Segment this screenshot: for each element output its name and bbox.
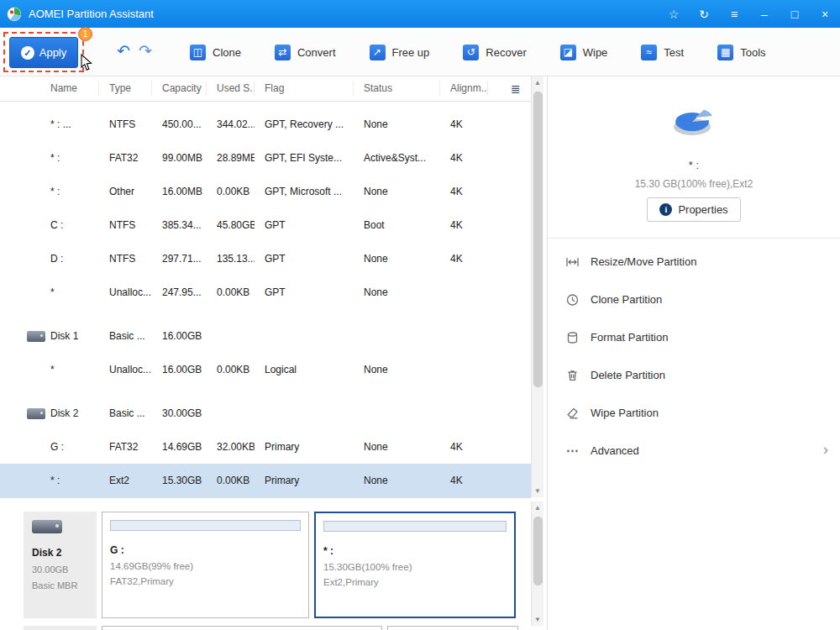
- cell-status: Boot: [354, 219, 440, 231]
- minimize-icon[interactable]: –: [749, 0, 780, 28]
- wipe-partition-icon: [565, 407, 580, 420]
- cell-alignment: 4K: [440, 475, 488, 486]
- aomei-logo: [7, 7, 22, 22]
- table-header: NameTypeCapacityUsed S...FlagStatusAlign…: [0, 76, 531, 102]
- table-row[interactable]: * : ...NTFS450.00...344.02...GPT, Recove…: [0, 108, 531, 141]
- column-header[interactable]: Name: [0, 81, 99, 96]
- table-row[interactable]: C :NTFS385.34...45.80GBGPTBoot4K: [0, 208, 531, 242]
- cell-name: D :: [0, 253, 99, 265]
- recover-button[interactable]: ↺Recover: [463, 45, 526, 60]
- table-row[interactable]: * :Ext215.30GB0.00KBPrimaryNone4K: [0, 464, 531, 497]
- action-format[interactable]: Format Partition: [548, 318, 840, 356]
- close-icon[interactable]: ×: [810, 0, 840, 28]
- disk-icon: [27, 331, 45, 342]
- scrollbar-thumb[interactable]: [533, 517, 543, 585]
- titlebar: AOMEI Partition Assistant ☆↻≡–□×: [0, 0, 840, 28]
- cell-type: Basic ...: [99, 330, 152, 342]
- action-resize[interactable]: Resize/Move Partition: [548, 243, 840, 281]
- redo-button[interactable]: ↷: [139, 41, 152, 60]
- table-row-disk[interactable]: Disk 2Basic ...30.00GB: [0, 396, 531, 430]
- apply-button[interactable]: ✓ Apply: [9, 37, 78, 68]
- cell-name: * :: [0, 152, 99, 164]
- cell-name: Disk 2: [0, 407, 99, 419]
- action-advanced[interactable]: Advanced›: [548, 432, 840, 470]
- cell-status: None: [354, 441, 440, 453]
- clone-button[interactable]: ◫Clone: [190, 45, 241, 60]
- table-row[interactable]: *Unalloc...247.95...0.00KBGPTNone: [0, 276, 531, 309]
- properties-button[interactable]: i Properties: [647, 197, 740, 222]
- scroll-up-icon[interactable]: ▲: [532, 501, 543, 514]
- recover-icon: ↺: [463, 45, 479, 60]
- name-text: C :: [50, 219, 63, 231]
- freeup-button[interactable]: ↗Free up: [370, 45, 430, 60]
- cell-capacity: 99.00MB: [152, 152, 207, 164]
- partition-block[interactable]: * :15.30GB(100% free)Ext2,Primary: [314, 512, 516, 618]
- cell-capacity: 30.00GB: [152, 407, 207, 419]
- partition-block[interactable]: G :14.69GB(99% free)FAT32,Primary: [102, 512, 309, 618]
- action-delete[interactable]: Delete Partition: [548, 356, 840, 394]
- tools-button[interactable]: ▦Tools: [717, 45, 765, 60]
- scroll-up-icon[interactable]: ▲: [532, 76, 543, 89]
- column-options-icon[interactable]: ≣: [511, 82, 521, 96]
- usage-bar: [110, 520, 301, 531]
- column-header[interactable]: Used S...: [207, 81, 255, 96]
- test-button[interactable]: ≈Test: [641, 45, 684, 60]
- scrollbar-thumb[interactable]: [533, 92, 543, 387]
- table-scrollbar[interactable]: ▲ ▼: [531, 76, 543, 497]
- cell-flag: Primary: [255, 441, 354, 453]
- apply-highlight-outline: ✓ Apply 1: [3, 32, 84, 72]
- table-row[interactable]: *Unalloc...16.00GB0.00KBLogicalNone: [0, 353, 531, 386]
- wipe-button[interactable]: ◪Wipe: [560, 45, 608, 60]
- table-row-disk[interactable]: Disk 1Basic ...16.00GB: [0, 319, 531, 353]
- partition-block-partial: [102, 626, 382, 630]
- column-header-filler: [488, 81, 531, 96]
- column-header[interactable]: Status: [354, 81, 440, 96]
- name-text: *: [50, 364, 55, 375]
- action-label: Delete Partition: [591, 369, 665, 381]
- disk-info-block[interactable]: Disk 2 30.00GB Basic MBR: [24, 512, 97, 618]
- name-text: * :: [50, 475, 60, 486]
- disk-name: Disk 2: [32, 547, 97, 559]
- partition-info: 14.69GB(99% free): [110, 561, 301, 571]
- name-text: * : ...: [50, 118, 71, 130]
- cell-type: NTFS: [99, 219, 152, 231]
- selected-partition-info: 15.30 GB(100% free),Ext2: [548, 178, 840, 190]
- scroll-down-icon[interactable]: ▼: [532, 613, 543, 626]
- maximize-icon[interactable]: □: [780, 0, 810, 28]
- table-row[interactable]: G :FAT3214.69GB32.00KBPrimaryNone4K: [0, 430, 531, 464]
- convert-label: Convert: [297, 46, 336, 59]
- table-row[interactable]: D :NTFS297.71...135.13...GPTNone4K: [0, 242, 531, 276]
- partition-fs: FAT32,Primary: [110, 576, 301, 586]
- column-header[interactable]: Alignm...: [440, 81, 488, 96]
- cell-used: 135.13...: [207, 253, 255, 265]
- action-label: Resize/Move Partition: [591, 255, 696, 268]
- convert-button[interactable]: ⇄Convert: [275, 45, 336, 60]
- star-icon[interactable]: ☆: [659, 0, 689, 28]
- scroll-down-icon[interactable]: ▼: [532, 485, 543, 497]
- cell-alignment: 4K: [440, 152, 488, 164]
- action-clone-partition[interactable]: Clone Partition: [548, 281, 840, 318]
- menu-icon[interactable]: ≡: [719, 0, 749, 28]
- cell-flag: Primary: [255, 475, 354, 486]
- action-wipe-partition[interactable]: Wipe Partition: [548, 394, 840, 432]
- column-header[interactable]: Flag: [255, 81, 354, 96]
- tools-label: Tools: [740, 46, 765, 59]
- cell-status: None: [354, 186, 440, 197]
- cell-status: Active&Syst...: [354, 152, 440, 164]
- disk-map-scrollbar[interactable]: ▲ ▼: [531, 501, 543, 626]
- partition-name: G :: [110, 544, 301, 556]
- undo-button[interactable]: ↶: [117, 41, 130, 60]
- chevron-right-icon: ›: [823, 440, 828, 459]
- cell-capacity: 450.00...: [152, 118, 207, 130]
- name-text: Disk 2: [50, 407, 78, 419]
- table-row[interactable]: * :Other16.00MB0.00KBGPT, Microsoft ...N…: [0, 175, 531, 208]
- cell-flag: GPT, EFI Syste...: [255, 152, 354, 164]
- sync-icon[interactable]: ↻: [689, 0, 719, 28]
- cell-type: FAT32: [99, 441, 152, 453]
- table-row[interactable]: * :FAT3299.00MB28.89MBGPT, EFI Syste...A…: [0, 141, 531, 175]
- wipe-icon: ◪: [560, 45, 576, 60]
- name-text: G :: [50, 441, 64, 453]
- column-header[interactable]: Type: [99, 81, 152, 96]
- column-header[interactable]: Capacity: [152, 81, 207, 96]
- cell-used: 0.00KB: [207, 186, 255, 197]
